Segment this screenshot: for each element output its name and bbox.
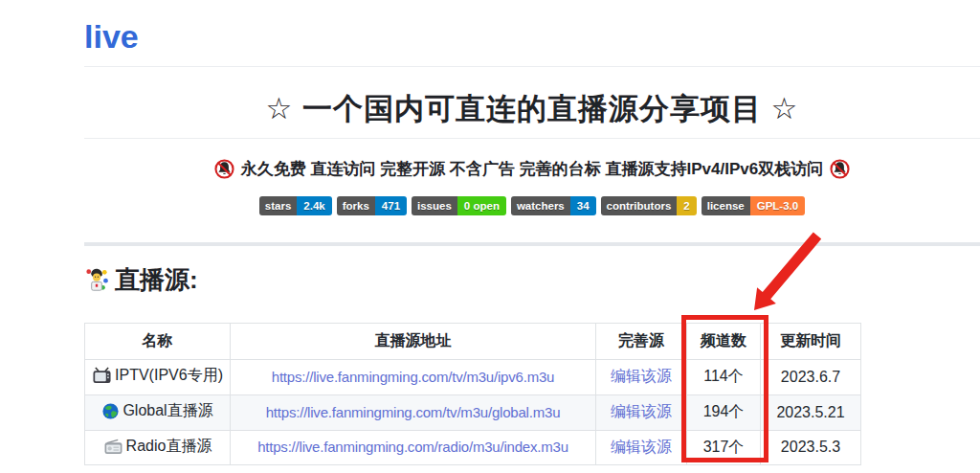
edit-source-link[interactable]: 编辑该源 xyxy=(611,439,672,455)
no-bell-icon xyxy=(830,159,850,179)
badge-watchers: watchers 34 xyxy=(511,196,596,215)
radio-icon xyxy=(103,439,123,455)
section-heading-text: 直播源: xyxy=(115,264,198,295)
table-row: Radio直播源 https://live.fanmingming.com/ra… xyxy=(85,430,861,464)
juggler-icon xyxy=(84,267,109,292)
edit-cell: 编辑该源 xyxy=(596,394,687,430)
url-cell: https://live.fanmingming.com/tv/m3u/glob… xyxy=(231,394,596,430)
source-name: Global直播源 xyxy=(122,401,212,421)
globe-icon xyxy=(101,402,120,420)
table-header-row: 名称 直播源地址 完善源 频道数 更新时间 xyxy=(85,323,861,359)
name-cell: Global直播源 xyxy=(85,394,231,430)
section-heading-live-sources: 直播源: xyxy=(84,264,980,295)
edit-source-link[interactable]: 编辑该源 xyxy=(611,403,672,419)
updated-cell: 2023.6.7 xyxy=(761,359,861,394)
badge-stars: stars 2.4k xyxy=(259,196,332,215)
badge-contributors: contributors 2 xyxy=(601,196,697,215)
updated-cell: 2023.5.21 xyxy=(761,394,861,430)
hero-title: ☆ 一个国内可直连的直播源分享项目 ☆ xyxy=(84,91,980,139)
name-cell: IPTV(IPV6专用) xyxy=(85,359,231,394)
tv-icon xyxy=(92,367,112,385)
no-bell-icon xyxy=(214,159,234,179)
edit-source-link[interactable]: 编辑该源 xyxy=(611,368,672,384)
source-name: Radio直播源 xyxy=(126,437,212,457)
name-cell: Radio直播源 xyxy=(85,430,231,464)
badge-license: license GPL-3.0 xyxy=(702,196,805,215)
col-header-channels: 频道数 xyxy=(687,323,761,359)
channels-cell: 114个 xyxy=(687,359,761,394)
badge-forks: forks 471 xyxy=(337,196,407,215)
edit-cell: 编辑该源 xyxy=(596,359,687,394)
col-header-updated: 更新时间 xyxy=(761,323,861,359)
url-cell: https://live.fanmingming.com/radio/m3u/i… xyxy=(231,430,596,464)
col-header-url: 直播源地址 xyxy=(231,323,596,359)
badge-row: stars 2.4k forks 471 issues 0 open watch… xyxy=(84,196,980,215)
divider xyxy=(84,242,980,246)
subtitle-text: 永久免费 直连访问 完整开源 不含广告 完善的台标 直播源支持IPv4/IPv6… xyxy=(241,159,823,180)
channels-cell: 317个 xyxy=(687,430,761,464)
url-cell: https://live.fanmingming.com/tv/m3u/ipv6… xyxy=(231,359,596,394)
source-url-link[interactable]: https://live.fanmingming.com/tv/m3u/ipv6… xyxy=(272,369,555,385)
subtitle-row: 永久免费 直连访问 完整开源 不含广告 完善的台标 直播源支持IPv4/IPv6… xyxy=(84,159,980,180)
readme-page: live ☆ 一个国内可直连的直播源分享项目 ☆ 永久免费 直连访问 完整开源 … xyxy=(84,17,980,465)
badge-issues: issues 0 open xyxy=(412,196,506,215)
page-title[interactable]: live xyxy=(84,17,980,67)
live-sources-table: 名称 直播源地址 完善源 频道数 更新时间 xyxy=(84,323,861,465)
channels-cell: 194个 xyxy=(687,394,761,430)
table-row: Global直播源 https://live.fanmingming.com/t… xyxy=(85,394,861,430)
table-row: IPTV(IPV6专用) https://live.fanmingming.co… xyxy=(85,359,861,394)
col-header-edit: 完善源 xyxy=(596,323,687,359)
edit-cell: 编辑该源 xyxy=(596,430,687,464)
source-url-link[interactable]: https://live.fanmingming.com/tv/m3u/glob… xyxy=(266,404,561,420)
source-name: IPTV(IPV6专用) xyxy=(115,366,223,386)
source-url-link[interactable]: https://live.fanmingming.com/radio/m3u/i… xyxy=(257,439,568,455)
updated-cell: 2023.5.3 xyxy=(761,430,861,464)
col-header-name: 名称 xyxy=(85,323,231,359)
